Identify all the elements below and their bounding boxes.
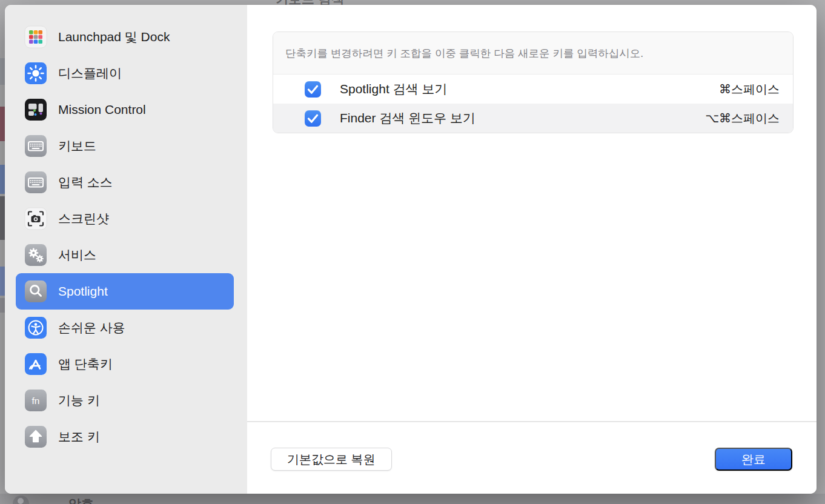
svg-text:fn: fn: [32, 396, 40, 406]
footer-divider: [247, 421, 817, 422]
input-sources-icon: [24, 171, 47, 194]
sidebar-item-label: 디스플레이: [58, 65, 122, 82]
sidebar-item-label: 입력 소스: [58, 174, 113, 191]
sidebar-item-function-keys[interactable]: fn 기능 키: [16, 382, 234, 419]
sidebar-item-label: Launchpad 및 Dock: [58, 28, 170, 45]
screenshot-icon: [24, 207, 47, 230]
accessibility-icon: [24, 316, 47, 339]
shortcut-row-finder-search[interactable]: Finder 검색 윈도우 보기 ⌥⌘스페이스: [273, 104, 793, 133]
sidebar-item-label: Mission Control: [58, 102, 146, 117]
sidebar-item-label: 기능 키: [58, 392, 100, 409]
shortcut-key-combo[interactable]: ⌘스페이스: [719, 81, 780, 98]
shortcut-row-spotlight-search[interactable]: Spotlight 검색 보기 ⌘스페이스: [273, 75, 793, 104]
spotlight-search-checkbox[interactable]: [305, 81, 321, 98]
shortcut-instruction: 단축키를 변경하려면 키 조합을 이중 클릭한 다음 새로운 키를 입력하십시오…: [273, 32, 793, 75]
sidebar-item-keyboard[interactable]: 키보드: [16, 128, 234, 164]
mission-control-icon: [24, 98, 47, 121]
sidebar-item-label: 스크린샷: [58, 210, 109, 227]
sidebar-item-label: 손쉬운 사용: [58, 319, 125, 336]
sidebar-item-modifier-keys[interactable]: 보조 키: [16, 419, 234, 455]
modifier-keys-icon: [24, 425, 47, 448]
sidebar-item-screenshots[interactable]: 스크린샷: [16, 201, 234, 237]
done-button[interactable]: 완료: [715, 448, 792, 471]
sidebar-item-input-sources[interactable]: 입력 소스: [16, 164, 234, 201]
restore-defaults-button[interactable]: 기본값으로 복원: [271, 448, 392, 471]
launchpad-icon: [24, 25, 47, 48]
shortcut-key-combo[interactable]: ⌥⌘스페이스: [705, 110, 780, 127]
sidebar-item-label: 앱 단축키: [58, 356, 113, 373]
spotlight-icon: [24, 280, 47, 303]
shortcut-categories-sidebar: Launchpad 및 Dock 디스플레이: [5, 5, 247, 494]
keyboard-icon: [24, 134, 47, 158]
sidebar-item-label: 서비스: [58, 247, 96, 264]
sidebar-item-label: Spotlight: [58, 284, 108, 299]
sidebar-item-label: 키보드: [58, 138, 96, 154]
sidebar-item-label: 보조 키: [58, 428, 100, 445]
background-window-strip: [0, 494, 825, 504]
sidebar-item-services[interactable]: 서비스: [16, 237, 234, 273]
finder-search-checkbox[interactable]: [305, 110, 321, 127]
function-keys-icon: fn: [24, 389, 47, 412]
spotlight-shortcuts-panel: 단축키를 변경하려면 키 조합을 이중 클릭한 다음 새로운 키를 입력하십시오…: [247, 5, 817, 494]
services-icon: [24, 244, 47, 267]
shortcut-label: Finder 검색 윈도우 보기: [340, 110, 705, 127]
sidebar-item-app-shortcuts[interactable]: 앱 단축키: [16, 346, 234, 382]
shortcut-label: Spotlight 검색 보기: [340, 81, 719, 98]
background-clipped-item: 암호: [68, 496, 94, 504]
shortcut-table: 단축키를 변경하려면 키 조합을 이중 클릭한 다음 새로운 키를 입력하십시오…: [273, 31, 794, 133]
keyboard-shortcuts-sheet: Launchpad 및 Dock 디스플레이: [5, 5, 817, 494]
sidebar-item-spotlight[interactable]: Spotlight: [16, 273, 234, 310]
app-shortcuts-icon: [24, 353, 47, 376]
sidebar-item-display[interactable]: 디스플레이: [16, 55, 234, 91]
sidebar-item-launchpad-dock[interactable]: Launchpad 및 Dock: [16, 19, 234, 55]
sidebar-item-accessibility[interactable]: 손쉬운 사용: [16, 310, 234, 346]
display-icon: [24, 62, 47, 85]
sidebar-item-mission-control[interactable]: Mission Control: [16, 91, 234, 128]
